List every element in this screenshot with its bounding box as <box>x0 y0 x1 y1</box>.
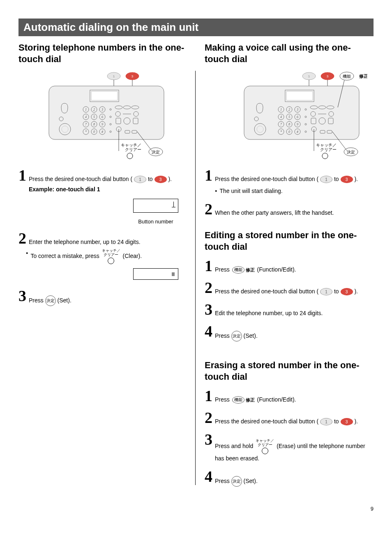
making-bullet: The unit will start dialing. <box>219 187 282 195</box>
function-edit-icon: 機能 修正 <box>340 72 367 80</box>
clear-erase-button-icon: キャッチ／クリアー <box>256 439 274 454</box>
right-column: Making a voice call using the one-touch … <box>196 42 374 489</box>
erasing-step-1: 1 Press 機能修正 (Function/Edit). <box>205 388 374 404</box>
step-number-3: 3 <box>18 288 26 304</box>
set-label: (Set). <box>244 477 258 484</box>
step-number-2: 2 <box>205 410 212 425</box>
unit-illustration-right: 1 3 機能 修正 <box>205 70 374 162</box>
display-illustration-2 <box>125 266 186 282</box>
svg-text:8: 8 <box>288 123 290 126</box>
svg-text:4: 4 <box>280 115 282 119</box>
example-label: Example: one-touch dial 1 <box>29 186 100 193</box>
svg-text:5: 5 <box>288 115 290 119</box>
otd-3-icon: 3 <box>154 176 167 183</box>
editing-step4-press: Press <box>215 332 230 339</box>
otd-1-icon: 1 <box>320 288 332 295</box>
erasing-step2-text: Press the desired one-touch dial button … <box>215 418 318 425</box>
clear-button-icon: キャッチ／クリアー <box>102 249 120 264</box>
svg-text:*: * <box>85 130 87 134</box>
svg-text:1: 1 <box>280 108 282 111</box>
svg-text:修正: 修正 <box>359 74 367 79</box>
clear-label: (Clear). <box>123 253 142 259</box>
svg-text:3: 3 <box>326 74 328 78</box>
left-step-3: 3 Press 決定 (Set). <box>18 288 186 306</box>
button-number-caption: Button number <box>125 218 186 225</box>
svg-text:決定: 決定 <box>347 150 355 154</box>
left-step1-text: Press the desired one-touch dial button … <box>29 176 132 182</box>
step-number-4: 4 <box>205 469 212 484</box>
left-step3-press: Press <box>29 297 44 303</box>
to-label: to <box>148 176 153 182</box>
svg-text:クリアー: クリアー <box>320 147 337 152</box>
svg-text:1: 1 <box>113 74 115 78</box>
svg-text:2: 2 <box>288 108 290 111</box>
editing-step2-text: Press the desired one-touch dial button … <box>215 288 318 295</box>
svg-rect-8 <box>91 91 118 100</box>
function-edit-label: (Function/Edit). <box>257 396 296 403</box>
making-step2-text: When the other party answers, lift the h… <box>215 201 374 217</box>
step-number-2: 2 <box>205 201 212 217</box>
erasing-step4-press: Press <box>215 477 230 484</box>
editing-step-4: 4 Press 決定 (Set). <box>205 323 374 341</box>
step-number-4: 4 <box>205 323 212 339</box>
svg-text:9: 9 <box>101 123 103 126</box>
svg-text:3: 3 <box>101 108 103 111</box>
left-step-1: 1 Press the desired one-touch dial butto… <box>18 167 186 194</box>
set-button-icon: 決定 <box>231 331 242 341</box>
left-step2-text: Enter the telephone number, up to 24 dig… <box>29 230 186 246</box>
content-columns: Storing telephone numbers in the one-tou… <box>18 42 374 489</box>
making-step-1: 1 Press the desired one-touch dial butto… <box>205 167 374 195</box>
svg-text:9: 9 <box>297 123 298 126</box>
erasing-step2-close: ). <box>354 418 358 425</box>
set-button-icon: 決定 <box>45 295 56 306</box>
step-number-3: 3 <box>205 432 212 447</box>
editing-step2-close: ). <box>354 288 358 295</box>
making-step1-close: ). <box>354 176 358 182</box>
left-step1-close: ). <box>168 176 172 182</box>
svg-text:3: 3 <box>131 74 134 78</box>
svg-text:5: 5 <box>93 115 95 119</box>
to-label: to <box>334 288 339 295</box>
step-number-1: 1 <box>205 167 212 183</box>
editing-step3-text: Edit the telephone number, up to 24 digi… <box>215 302 374 318</box>
erasing-step1-press: Press <box>215 396 230 403</box>
step-number-2: 2 <box>205 280 212 295</box>
unit-illustration-left: 1 3 1 <box>18 70 186 162</box>
otd-1-icon: 1 <box>134 176 146 183</box>
page-header: Automatic dialing on the main unit <box>18 19 374 36</box>
svg-text:決定: 決定 <box>152 150 160 154</box>
svg-text:0: 0 <box>93 130 95 134</box>
making-title: Making a voice call using the one-touch … <box>205 42 374 65</box>
set-label: (Set). <box>244 332 258 339</box>
otd-1-icon: 1 <box>320 418 332 425</box>
svg-text:3: 3 <box>296 108 298 111</box>
svg-point-53 <box>127 153 133 159</box>
step-number-3: 3 <box>205 302 212 317</box>
svg-text:2: 2 <box>93 108 95 111</box>
to-label: to <box>334 176 339 182</box>
otd-3-icon: 3 <box>341 288 353 295</box>
clear-label-jp: キャッチ／ <box>121 143 141 147</box>
editing-step-1: 1 Press 機能修正 (Function/Edit). <box>205 258 374 274</box>
correct-mistake-bullet: To correct a mistake, press キャッチ／クリアー (C… <box>26 249 186 264</box>
svg-text:0: 0 <box>288 130 290 134</box>
function-edit-label: (Function/Edit). <box>257 266 296 273</box>
step-number-2: 2 <box>18 230 26 246</box>
function-edit-button-icon: 機能修正 <box>232 396 255 404</box>
correct-text: To correct a mistake, press <box>30 253 99 259</box>
editing-title: Editing a stored number in the one-touch… <box>205 230 374 252</box>
page-number: 9 <box>18 506 374 512</box>
svg-text:機能: 機能 <box>343 74 351 79</box>
set-label: (Set). <box>58 297 71 303</box>
erasing-step3-press: Press and hold <box>215 443 253 449</box>
editing-step-2: 2 Press the desired one-touch dial butto… <box>205 280 374 296</box>
svg-text:1: 1 <box>308 74 310 78</box>
svg-text:キャッチ／: キャッチ／ <box>316 143 337 147</box>
left-title: Storing telephone numbers in the one-tou… <box>18 42 186 65</box>
erasing-step-3: 3 Press and hold キャッチ／クリアー (Erase) until… <box>205 432 374 463</box>
svg-text:1: 1 <box>85 108 87 111</box>
otd-1-icon: 1 <box>320 176 332 183</box>
editing-step1-press: Press <box>215 266 230 273</box>
step-number-1: 1 <box>205 258 212 274</box>
left-column: Storing telephone numbers in the one-tou… <box>18 42 195 489</box>
